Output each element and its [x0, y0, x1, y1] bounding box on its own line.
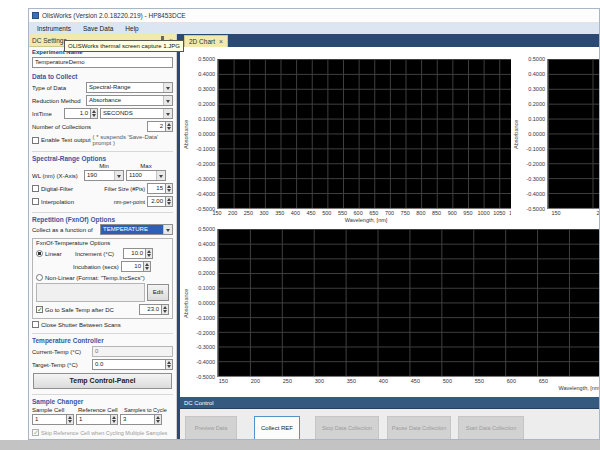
chevron-down-icon[interactable]: [163, 96, 172, 105]
tab-2d-chart[interactable]: 2D Chart ×: [184, 35, 228, 47]
y-tick-label: 0.1000: [528, 116, 545, 122]
target-temp-label: Target-Temp (°C): [32, 362, 90, 368]
nm-per-point-label: nm-per-point: [83, 199, 145, 205]
y-tick-label: -0.1000: [196, 315, 215, 321]
chevron-down-icon[interactable]: [156, 171, 165, 180]
increment-label: Increment (°C): [75, 251, 121, 257]
incubation-stepper[interactable]: 10: [121, 261, 151, 272]
stepper-arrows-icon[interactable]: [110, 414, 118, 425]
x-tick-label: 400: [379, 378, 388, 384]
pause-data-collection-button: Pause Data Collection: [387, 416, 451, 440]
digital-filter-checkbox[interactable]: [32, 185, 39, 192]
wl-min-dropdown[interactable]: 190: [84, 170, 124, 181]
stepper-arrows-icon[interactable]: [90, 108, 98, 119]
y-tick-label: -0.1000: [196, 146, 215, 152]
y-tick-label: 0.4000: [198, 71, 215, 77]
x-tick-label: 350: [347, 378, 356, 384]
y-axis-ticks: 0.50000.40000.30000.20000.10000.0000-0.1…: [191, 59, 217, 209]
num-collections-stepper[interactable]: 2: [147, 121, 173, 132]
y-tick-label: -0.3000: [196, 176, 215, 182]
menu-item-save-data[interactable]: Save Data: [77, 24, 119, 33]
x-tick-label: 550: [475, 378, 484, 384]
close-shutter-checkbox[interactable]: [32, 321, 39, 328]
safe-temp-stepper[interactable]: 23.0: [139, 304, 169, 315]
digital-filter-label: Digital-Filter: [41, 186, 81, 192]
stepper-arrows-icon[interactable]: [165, 196, 173, 207]
x-axis-ticks: 150200250300350400450500550600650: [217, 377, 600, 385]
stepper-arrows-icon[interactable]: [145, 248, 153, 259]
y-tick-label: 0.1000: [198, 285, 215, 291]
y-tick-label: 0.3000: [198, 256, 215, 262]
menu-item-help[interactable]: Help: [119, 24, 144, 33]
y-tick-label: -0.2000: [526, 161, 545, 167]
x-tick-label: 1050: [493, 210, 505, 216]
chevron-down-icon[interactable]: [114, 171, 123, 180]
incubation-label: Incubation (secs): [73, 264, 119, 270]
stepper-arrows-icon[interactable]: [154, 414, 162, 425]
y-axis-label: Absorbance: [511, 59, 521, 209]
enable-text-output-label: Enable Text output: [41, 137, 91, 143]
y-axis-ticks: 0.50000.40000.30000.20000.10000.0000-0.1…: [521, 59, 547, 209]
stepper-arrows-icon[interactable]: [165, 183, 173, 194]
inttime-label: IntTime: [32, 111, 62, 117]
inttime-units-dropdown[interactable]: SECONDS: [100, 108, 173, 119]
edit-button[interactable]: Edit: [147, 284, 169, 301]
x-tick-label: 250: [283, 378, 292, 384]
wl-max-dropdown[interactable]: 1100: [126, 170, 166, 181]
plot-area[interactable]: [547, 59, 600, 209]
plot-area[interactable]: [217, 229, 600, 377]
y-tick-label: 0.2000: [198, 101, 215, 107]
increment-stepper[interactable]: 10.0: [123, 248, 153, 259]
menu-item-instruments[interactable]: Instruments: [31, 24, 77, 33]
fxn-of-dropdown[interactable]: TEMPERATURE: [100, 224, 173, 235]
stepper-arrows-icon[interactable]: [165, 359, 173, 370]
skip-reference-checkbox: [32, 429, 39, 436]
plot-area[interactable]: [217, 59, 515, 209]
samples-to-cycle-stepper[interactable]: 3: [120, 414, 162, 425]
interpolation-checkbox[interactable]: [32, 198, 39, 205]
collect-ref-button[interactable]: Collect REF: [254, 416, 300, 440]
inttime-stepper[interactable]: 1.0: [64, 108, 98, 119]
experiment-name-input[interactable]: TemperatureDemo: [32, 57, 173, 68]
sample-cell-stepper[interactable]: 1: [32, 414, 74, 425]
y-tick-label: 0.2000: [528, 101, 545, 107]
chevron-down-icon[interactable]: [163, 225, 172, 234]
reduction-method-dropdown[interactable]: Absorbance: [86, 95, 173, 106]
section-spectral-range: Spectral-Range Options: [32, 151, 173, 162]
chart-top-right-partial: Absorbance0.50000.40000.30000.20000.1000…: [511, 59, 600, 217]
chevron-down-icon[interactable]: [163, 83, 172, 92]
x-tick-label: 200: [251, 378, 260, 384]
filter-size-stepper[interactable]: 15: [147, 183, 173, 194]
non-linear-radio[interactable]: [36, 274, 43, 281]
x-tick-label: 1000: [478, 210, 490, 216]
y-tick-label: 0.3000: [198, 86, 215, 92]
enable-text-output-note: ( * suspends 'Save-Data' prompt ): [93, 134, 173, 146]
stepper-arrows-icon[interactable]: [66, 414, 74, 425]
y-axis-label: Absorbance: [181, 59, 191, 209]
nm-per-point-stepper[interactable]: 2.00: [147, 196, 173, 207]
type-of-data-dropdown[interactable]: Spectral-Range: [86, 82, 173, 93]
y-tick-label: -0.4000: [196, 359, 215, 365]
tab-close-icon[interactable]: ×: [219, 38, 223, 45]
x-tick-label: 850: [432, 210, 441, 216]
safe-temp-checkbox[interactable]: [36, 306, 43, 313]
reference-cell-stepper[interactable]: 1: [76, 414, 118, 425]
target-temp-stepper[interactable]: 0.0: [92, 359, 173, 370]
chevron-down-icon[interactable]: [163, 109, 172, 118]
enable-text-output-checkbox[interactable]: [32, 137, 39, 144]
y-tick-label: 0.3000: [528, 86, 545, 92]
fxnof-temperature-group: FxnOf-Temperature Options Linear Increme…: [32, 238, 173, 319]
stepper-arrows-icon[interactable]: [143, 261, 151, 272]
dc-settings-body: Experiment Name TemperatureDemo Data to …: [29, 47, 176, 437]
stepper-arrows-icon[interactable]: [165, 121, 173, 132]
document-tab-strip: 2D Chart ×: [177, 34, 599, 47]
linear-radio[interactable]: [36, 250, 43, 257]
window-titlebar: OlisWorks (Version 2.0.18220.219) - HP84…: [29, 9, 599, 23]
stepper-arrows-icon[interactable]: [161, 304, 169, 315]
x-tick-label: 650: [369, 210, 378, 216]
x-tick-label: 250: [244, 210, 253, 216]
temp-control-panel-button[interactable]: Temp Control-Panel: [33, 373, 172, 389]
y-tick-label: 0.5000: [198, 56, 215, 62]
section-sample-changer: Sample Changer: [32, 394, 173, 405]
temp-list-textarea[interactable]: [36, 283, 145, 302]
